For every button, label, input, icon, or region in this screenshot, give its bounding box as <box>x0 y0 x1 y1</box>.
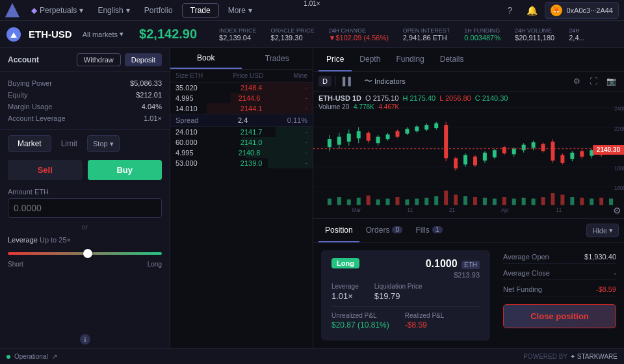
starkware-logo: POWERED BY ✦ STARKWARE <box>523 353 618 360</box>
chart-settings-btn[interactable]: ⚙ <box>613 205 621 216</box>
buy-sell-row: Sell Buy <box>0 155 170 185</box>
status-link-btn[interactable]: ↗ <box>52 353 57 360</box>
help-btn[interactable]: ? <box>500 1 519 20</box>
bid-row: 4.995 2140.8 - <box>170 148 313 158</box>
svg-rect-34 <box>463 155 467 165</box>
equity-row: Equity $212.01 <box>8 89 162 101</box>
tab-limit[interactable]: Limit <box>51 135 87 152</box>
current-price-label: 2140.30 <box>593 145 624 155</box>
account-stats: Buying Power $5,086.33 Equity $212.01 Ma… <box>0 72 170 130</box>
camera-icon-btn[interactable]: 📷 <box>604 75 619 87</box>
account-label: Account <box>8 55 39 64</box>
main-layout: Account Withdraw Deposit Buying Power $5… <box>0 48 624 348</box>
volume-stat: 24h Volume $20,911,180 <box>515 27 554 42</box>
svg-rect-14 <box>367 133 370 140</box>
svg-rect-93 <box>599 198 603 205</box>
current-price: $2,142.90 <box>139 27 197 42</box>
hide-btn[interactable]: Hide ▾ <box>586 224 619 237</box>
svg-rect-38 <box>483 153 487 161</box>
sell-btn[interactable]: Sell <box>8 160 83 180</box>
deposit-btn[interactable]: Deposit <box>125 53 162 66</box>
period-D[interactable]: D <box>318 76 332 86</box>
svg-rect-12 <box>357 131 361 138</box>
svg-rect-32 <box>454 158 458 168</box>
account-actions: Withdraw Deposit <box>77 53 162 66</box>
svg-rect-83 <box>502 197 506 205</box>
tab-market[interactable]: Market <box>8 135 51 152</box>
header-bar: ETH-USD All markets ▾ $2,142.90 Index Pr… <box>0 21 624 48</box>
svg-text:21: 21 <box>449 206 455 213</box>
long-badge: Long <box>332 258 359 268</box>
svg-rect-70 <box>376 200 380 205</box>
svg-rect-73 <box>405 200 409 205</box>
notifications-btn[interactable]: 🔔 <box>523 1 541 20</box>
pnl-row: Unrealized P&L $20.87 (10.81%) Realized … <box>332 306 480 330</box>
svg-rect-36 <box>473 157 477 165</box>
tab-trades[interactable]: Trades <box>242 48 313 69</box>
tab-depth[interactable]: Depth <box>352 48 388 72</box>
app-logo <box>5 3 20 18</box>
portfolio-btn[interactable]: Portfolio <box>139 4 178 17</box>
bar-chart-icon[interactable]: ▌▌ <box>340 75 356 87</box>
expand-icon-btn[interactable]: ⛶ <box>587 75 600 87</box>
position-amount: 0.1000 ETH $213.93 <box>426 258 480 279</box>
svg-rect-46 <box>522 145 526 151</box>
svg-rect-74 <box>415 199 419 205</box>
slider-thumb[interactable] <box>83 249 92 258</box>
wallet-btn[interactable]: 🦊 0xA0c3···2A44 <box>545 2 619 19</box>
buy-btn[interactable]: Buy <box>88 160 162 180</box>
leverage-slider[interactable] <box>8 248 162 259</box>
tab-fills[interactable]: Fills 1 <box>409 219 448 242</box>
position-card: Long 0.1000 ETH $213.93 Leverage <box>321 250 490 341</box>
market-select[interactable]: All markets ▾ <box>83 30 124 38</box>
ask-row: 4.995 2144.6 - <box>170 93 313 103</box>
tab-book[interactable]: Book <box>170 48 242 69</box>
chart-ohlc-info: ETH-USD 1D O 2175.10 H 2175.40 L 2056.80… <box>318 94 508 110</box>
svg-text:1600.00: 1600.00 <box>614 184 624 191</box>
withdraw-btn[interactable]: Withdraw <box>77 53 121 66</box>
tab-orders[interactable]: Orders 0 <box>359 219 410 242</box>
svg-rect-67 <box>347 200 351 205</box>
chart-tabs: Price Depth Funding Details <box>313 48 624 72</box>
avg-close-row: Average Close - <box>503 266 616 280</box>
svg-rect-88 <box>551 193 554 205</box>
svg-rect-40 <box>493 150 497 157</box>
svg-rect-20 <box>395 131 399 137</box>
svg-rect-52 <box>551 142 554 161</box>
tab-price[interactable]: Price <box>318 48 352 72</box>
book-header: Size ETH Price USD Mine <box>170 70 313 83</box>
tab-stop[interactable]: Stop ▾ <box>87 135 120 152</box>
24h-change-stat: 24h Change ▼$102.09 (4.56%) <box>329 27 389 42</box>
indicators-btn[interactable]: 〜 Indicators <box>360 74 410 88</box>
close-position-btn[interactable]: Close position <box>503 304 616 328</box>
svg-text:1800.00: 1800.00 <box>614 164 624 172</box>
slider-labels: Short 1.01× Long <box>8 259 162 269</box>
margin-row: Margin Usage 4.04% <box>8 101 162 112</box>
more-btn[interactable]: More ▾ <box>223 4 257 17</box>
tab-details[interactable]: Details <box>432 48 472 72</box>
svg-rect-79 <box>463 196 467 205</box>
perpetuals-menu[interactable]: ◆ Perpetuals ▾ <box>26 4 88 17</box>
bid-row: 24.010 2141.7 - <box>170 127 313 137</box>
settings-icon-btn[interactable]: ⚙ <box>571 75 583 87</box>
svg-rect-69 <box>367 196 370 205</box>
language-menu[interactable]: English ▾ <box>92 4 135 17</box>
svg-rect-42 <box>502 147 506 153</box>
tab-position[interactable]: Position <box>318 219 359 242</box>
svg-text:2200.00: 2200.00 <box>614 125 624 132</box>
trade-btn[interactable]: Trade <box>182 3 219 18</box>
svg-rect-58 <box>580 151 584 157</box>
status-bar: Operational ↗ POWERED BY ✦ STARKWARE <box>0 348 624 364</box>
amount-input[interactable] <box>8 198 162 218</box>
tab-funding[interactable]: Funding <box>388 48 432 72</box>
status-dot <box>6 355 10 359</box>
left-panel: Account Withdraw Deposit Buying Power $5… <box>0 48 170 348</box>
svg-rect-28 <box>434 124 438 128</box>
leverage-label: Leverage Up to 25× <box>8 236 162 244</box>
svg-text:11: 11 <box>407 206 413 213</box>
pos-content: Long 0.1000 ETH $213.93 Leverage <box>313 242 624 348</box>
svg-rect-86 <box>532 199 536 205</box>
svg-rect-78 <box>454 194 458 205</box>
svg-rect-48 <box>532 142 536 148</box>
svg-rect-65 <box>328 199 332 205</box>
